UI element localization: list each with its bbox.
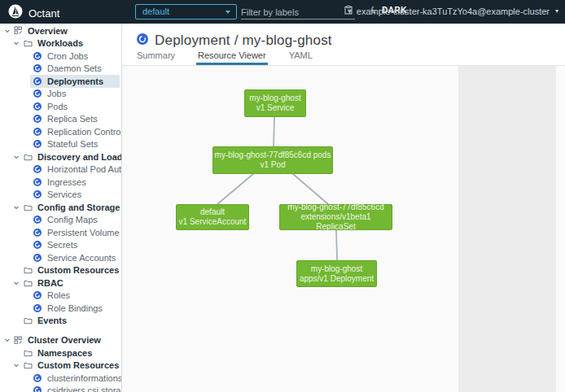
sidebar-item-label: Deployments: [47, 76, 103, 86]
cluster-context-label: example-cluster-ka3TuTzYo4a@example-clus…: [357, 7, 550, 16]
sidebar-item-label: Config Maps: [47, 215, 98, 224]
sidebar-item-namespaces[interactable]: Namespaces: [0, 346, 121, 359]
resource-icon: [33, 304, 42, 312]
resource-icon: [33, 229, 42, 237]
node-kind: extensions/v1beta1 ReplicaSet: [280, 212, 392, 232]
resource-icon: [33, 190, 42, 198]
content-header: Deployment / my-blog-ghost SummaryResour…: [122, 24, 565, 66]
sidebar-item-persistent-volume-claims[interactable]: Persistent Volume Claims: [0, 226, 121, 239]
sidebar-item-label: Custom Resources: [37, 265, 119, 275]
chevron-down-icon[interactable]: [13, 280, 20, 286]
graph-node-deployment[interactable]: my-blog-ghostapps/v1 Deployment: [296, 260, 377, 287]
cluster-context-selector[interactable]: example-cluster-ka3TuTzYo4a@example-clus…: [344, 6, 558, 16]
sidebar-item-rbac[interactable]: RBAC: [0, 277, 121, 290]
namespace-dropdown[interactable]: default: [135, 4, 237, 20]
node-name: default: [177, 207, 248, 217]
sidebar-item-label: clusterinformations.crd.projec: [47, 373, 122, 383]
sidebar-item-cron-jobs[interactable]: Cron Jobs: [0, 50, 121, 63]
resource-icon: [33, 386, 42, 392]
folder-icon: [24, 39, 33, 47]
resource-icon: [33, 216, 42, 224]
tab-resource-viewer[interactable]: Resource Viewer: [196, 47, 268, 65]
folder-icon: [24, 203, 33, 211]
sidebar-item-csidrivers-csi-storage-k8s-io[interactable]: csidrivers.csi.storage.k8s.io: [0, 385, 121, 392]
chevron-down-icon[interactable]: [4, 28, 11, 34]
node-name: my-blog-ghost-77df85c6cd pods: [213, 150, 332, 160]
sidebar-item-label: Secrets: [47, 240, 77, 250]
sidebar-item-ingresses[interactable]: Ingresses: [0, 176, 121, 189]
graph-node-pod[interactable]: my-blog-ghost-77df85c6cd podsv1 Pod: [212, 146, 333, 174]
chevron-down-icon[interactable]: [13, 362, 20, 368]
resource-icon: [33, 102, 42, 111]
folder-icon: [24, 349, 33, 357]
chevron-down-icon[interactable]: [13, 40, 20, 46]
tab-bar: SummaryResource ViewerYAML: [135, 47, 334, 65]
sidebar-item-secrets[interactable]: Secrets: [0, 239, 121, 252]
octant-logo-icon: [8, 4, 23, 22]
chevron-down-icon[interactable]: [13, 204, 20, 211]
sidebar-item-config-and-storage[interactable]: Config and Storage: [0, 201, 121, 214]
sidebar-item-label: Services: [47, 189, 81, 199]
sidebar-item-label: Horizontal Pod Autoscalers: [47, 164, 122, 174]
sidebar-spacer: [0, 327, 121, 334]
sidebar-item-custom-resources[interactable]: Custom Resources: [0, 264, 121, 277]
sidebar-item-label: Role Bindings: [47, 303, 103, 313]
sidebar-item-workloads[interactable]: Workloads: [0, 37, 121, 50]
sidebar-item-label: Service Accounts: [47, 253, 116, 263]
sidebar-item-label: Roles: [47, 290, 70, 300]
resource-icon: [33, 77, 42, 85]
sidebar-item-services[interactable]: Services: [0, 189, 121, 202]
graph-node-service[interactable]: my-blog-ghostv1 Service: [244, 89, 306, 117]
sidebar-item-clusterinformations-crd-projec[interactable]: clusterinformations.crd.projec: [0, 372, 121, 385]
chevron-down-icon[interactable]: [13, 267, 20, 273]
sidebar-item-daemon-sets[interactable]: Daemon Sets: [0, 63, 121, 76]
sidebar-item-label: Pods: [47, 102, 68, 111]
sidebar-item-label: Daemon Sets: [47, 63, 102, 73]
sidebar-item-overview[interactable]: Overview: [0, 24, 121, 37]
sidebar-item-replica-sets[interactable]: Replica Sets: [0, 113, 121, 126]
sidebar-item-events[interactable]: Events: [0, 315, 121, 328]
folder-icon: [24, 361, 33, 369]
sidebar-item-deployments[interactable]: Deployments: [0, 75, 121, 88]
label-filter-input[interactable]: [241, 5, 340, 20]
sidebar-item-label: Replication Controllers: [47, 127, 122, 137]
sidebar-item-label: Custom Resources: [37, 360, 119, 370]
resource-icon: [33, 115, 42, 123]
node-kind: v1 Pod: [213, 160, 332, 170]
sidebar-item-label: Persistent Volume Claims: [47, 228, 122, 237]
graph-node-replicaset[interactable]: my-blog-ghost-77df85c6cdextensions/v1bet…: [279, 204, 392, 230]
sidebar-item-config-maps[interactable]: Config Maps: [0, 214, 121, 227]
sidebar-item-custom-resources[interactable]: Custom Resources: [0, 359, 121, 372]
chevron-down-icon[interactable]: [13, 317, 20, 324]
tab-yaml[interactable]: YAML: [287, 47, 314, 65]
sidebar-item-cluster-overview[interactable]: Cluster Overview: [0, 334, 121, 347]
chevron-down-icon[interactable]: [13, 154, 20, 160]
folder-icon: [24, 279, 33, 287]
chevron-down-icon[interactable]: [13, 350, 20, 356]
sidebar-item-role-bindings[interactable]: Role Bindings: [0, 302, 121, 315]
sidebar-item-roles[interactable]: Roles: [0, 290, 121, 303]
resource-icon: [33, 165, 42, 173]
sidebar-item-stateful-sets[interactable]: Stateful Sets: [0, 138, 121, 151]
sidebar-item-label: Discovery and Load Balancing: [37, 152, 122, 162]
deployment-icon: [137, 33, 148, 48]
sidebar-item-pods[interactable]: Pods: [0, 100, 121, 113]
sidebar-item-label: Workloads: [37, 38, 83, 48]
namespace-dropdown-value: default: [142, 7, 169, 16]
navigation-sidebar: OverviewWorkloadsCron JobsDaemon SetsDep…: [0, 24, 122, 392]
tab-summary[interactable]: Summary: [135, 47, 177, 65]
sidebar-item-service-accounts[interactable]: Service Accounts: [0, 251, 121, 264]
sidebar-item-horizontal-pod-autoscalers[interactable]: Horizontal Pod Autoscalers: [0, 163, 121, 176]
sidebar-item-label: Stateful Sets: [47, 139, 98, 149]
node-kind: v1 Service: [245, 103, 305, 113]
sidebar-item-jobs[interactable]: Jobs: [0, 88, 121, 101]
sidebar-item-label: Ingresses: [47, 177, 86, 187]
node-kind: v1 ServiceAccount: [177, 217, 248, 227]
chevron-down-icon[interactable]: [4, 337, 11, 343]
resource-icon: [33, 52, 42, 60]
sidebar-item-discovery-and-load-balancing[interactable]: Discovery and Load Balancing: [0, 150, 121, 163]
sidebar-item-replication-controllers[interactable]: Replication Controllers: [0, 125, 121, 138]
resource-icon: [33, 64, 42, 72]
graph-node-serviceaccount[interactable]: defaultv1 ServiceAccount: [176, 204, 249, 230]
sidebar-item-label: Overview: [28, 26, 68, 36]
